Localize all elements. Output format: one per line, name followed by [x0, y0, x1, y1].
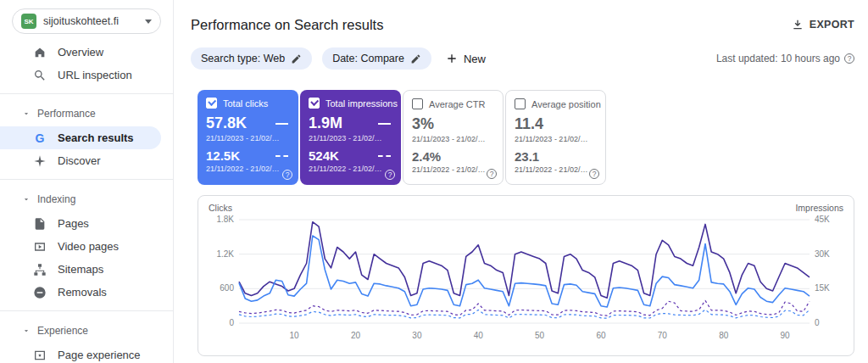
right-axis-label: Impressions: [795, 203, 843, 213]
sidebar-item-page-experience[interactable]: Page experience: [0, 343, 173, 363]
metric-range-current: 21/11/2023 - 21/02/…: [515, 135, 597, 143]
svg-text:80: 80: [719, 331, 729, 340]
performance-chart[interactable]: 06001.2K1.8K015K30K45K102030405060708090: [209, 215, 843, 350]
help-icon[interactable]: [844, 53, 854, 64]
metric-checkbox[interactable]: [206, 98, 217, 109]
sidebar: SK sijoituskohteet.fi Overview URL inspe…: [0, 0, 174, 363]
current-period-legend-line: [275, 123, 288, 125]
metric-value-previous: 2.4%: [412, 149, 441, 164]
sidebar-item-video-pages[interactable]: Video pages: [0, 235, 173, 258]
section-indexing[interactable]: Indexing: [0, 187, 173, 212]
chevron-down-icon: [145, 20, 152, 24]
google-g-icon: G: [32, 131, 47, 146]
sidebar-item-url-inspection[interactable]: URL inspection: [0, 64, 173, 87]
last-updated: Last updated: 10 hours ago: [716, 53, 854, 64]
performance-chart-panel: Clicks Impressions 06001.2K1.8K015K30K45…: [198, 195, 854, 356]
sidebar-item-overview[interactable]: Overview: [0, 41, 173, 64]
new-filter-button[interactable]: New: [445, 52, 486, 65]
metric-range-previous: 21/11/2022 - 21/02/…: [309, 165, 392, 173]
divider: [0, 310, 173, 311]
sidebar-item-label: Pages: [58, 217, 89, 230]
sidebar-item-label: Sitemaps: [58, 263, 103, 276]
metric-card-total-impressions[interactable]: Total impressions 1.9M 21/11/2023 - 21/0…: [300, 90, 401, 185]
metric-checkbox[interactable]: [309, 98, 320, 109]
section-experience[interactable]: Experience: [0, 318, 173, 343]
help-icon[interactable]: [487, 169, 497, 179]
property-selector[interactable]: SK sijoituskohteet.fi: [12, 8, 161, 34]
metric-value-current: 11.4: [515, 115, 543, 133]
metric-value-previous: 12.5K: [206, 148, 240, 163]
sidebar-item-label: Removals: [58, 286, 107, 299]
chevron-down-icon: [22, 109, 31, 118]
section-performance[interactable]: Performance: [0, 101, 173, 126]
chevron-down-icon: [22, 327, 31, 335]
metric-value-current: 3%: [412, 115, 434, 133]
sidebar-item-pages[interactable]: Pages: [0, 212, 173, 235]
main-content: Performance on Search results EXPORT Sea…: [174, 0, 868, 363]
help-icon[interactable]: [589, 169, 599, 179]
edit-pencil-icon: [291, 53, 302, 64]
sidebar-item-label: Page experience: [58, 349, 141, 361]
metric-range-current: 21/11/2023 - 21/02/…: [309, 134, 392, 142]
help-icon[interactable]: [282, 170, 292, 180]
export-label: EXPORT: [810, 19, 854, 31]
svg-text:50: 50: [535, 331, 545, 340]
metric-label: Total clicks: [223, 98, 268, 109]
divider: [0, 93, 173, 94]
metric-label: Average position: [531, 99, 601, 109]
home-icon: [32, 45, 47, 60]
sidebar-item-label: Search results: [58, 131, 134, 144]
svg-text:600: 600: [220, 283, 234, 293]
edit-pencil-icon: [410, 53, 421, 64]
sitemaps-icon: [32, 262, 47, 277]
svg-text:1.2K: 1.2K: [216, 249, 234, 259]
pages-icon: [32, 216, 47, 232]
help-icon[interactable]: [385, 170, 395, 180]
sidebar-item-discover[interactable]: Discover: [0, 149, 173, 172]
sidebar-nav: Overview URL inspection Performance G Se…: [0, 41, 173, 363]
metric-value-previous: 23.1: [515, 149, 539, 164]
sidebar-item-search-results[interactable]: G Search results: [0, 126, 161, 149]
page-experience-icon: [32, 348, 47, 363]
filter-chip-search-type[interactable]: Search type: Web: [191, 47, 312, 70]
svg-text:70: 70: [658, 331, 668, 340]
sidebar-item-label: Discover: [58, 154, 101, 167]
metric-label: Average CTR: [429, 99, 485, 109]
sidebar-item-sitemaps[interactable]: Sitemaps: [0, 258, 173, 281]
current-period-legend-line: [378, 123, 391, 125]
new-filter-label: New: [464, 53, 486, 65]
svg-text:30K: 30K: [815, 249, 830, 259]
metric-card-total-clicks[interactable]: Total clicks 57.8K 21/11/2023 - 21/02/… …: [198, 90, 298, 185]
video-pages-icon: [32, 239, 47, 254]
plus-icon: [445, 52, 459, 65]
svg-text:60: 60: [596, 331, 606, 340]
section-label: Experience: [37, 325, 88, 337]
metric-card-average-position[interactable]: Average position 11.4 21/11/2023 - 21/02…: [505, 90, 606, 185]
sidebar-item-label: URL inspection: [58, 69, 132, 81]
last-updated-text: Last updated: 10 hours ago: [716, 53, 840, 64]
discover-icon: [32, 154, 47, 169]
previous-period-legend-line: [378, 155, 391, 157]
metric-cards: Total clicks 57.8K 21/11/2023 - 21/02/… …: [198, 90, 854, 185]
svg-text:45K: 45K: [815, 215, 830, 224]
metric-checkbox[interactable]: [515, 98, 526, 109]
metric-card-average-ctr[interactable]: Average CTR 3% 21/11/2023 - 21/02/… 2.4%…: [403, 90, 504, 185]
metric-checkbox[interactable]: [412, 98, 423, 109]
svg-text:1.8K: 1.8K: [216, 215, 234, 224]
metric-label: Total impressions: [326, 98, 398, 109]
filter-chip-label: Date: Compare: [332, 53, 404, 64]
sidebar-item-removals[interactable]: Removals: [0, 281, 173, 304]
previous-period-legend-line: [275, 155, 288, 157]
svg-text:40: 40: [474, 331, 484, 340]
metric-value-current: 1.9M: [309, 114, 342, 132]
removals-icon: [32, 285, 47, 300]
filter-chip-label: Search type: Web: [201, 53, 285, 64]
filter-chip-date[interactable]: Date: Compare: [322, 47, 431, 70]
export-button[interactable]: EXPORT: [791, 18, 854, 31]
metric-range-previous: 21/11/2022 - 21/02/…: [206, 165, 290, 173]
property-name: sijoituskohteet.fi: [43, 15, 138, 27]
sidebar-item-label: Overview: [58, 46, 103, 59]
svg-text:20: 20: [351, 331, 361, 340]
property-avatar: SK: [21, 14, 36, 29]
left-axis-label: Clicks: [209, 203, 232, 213]
